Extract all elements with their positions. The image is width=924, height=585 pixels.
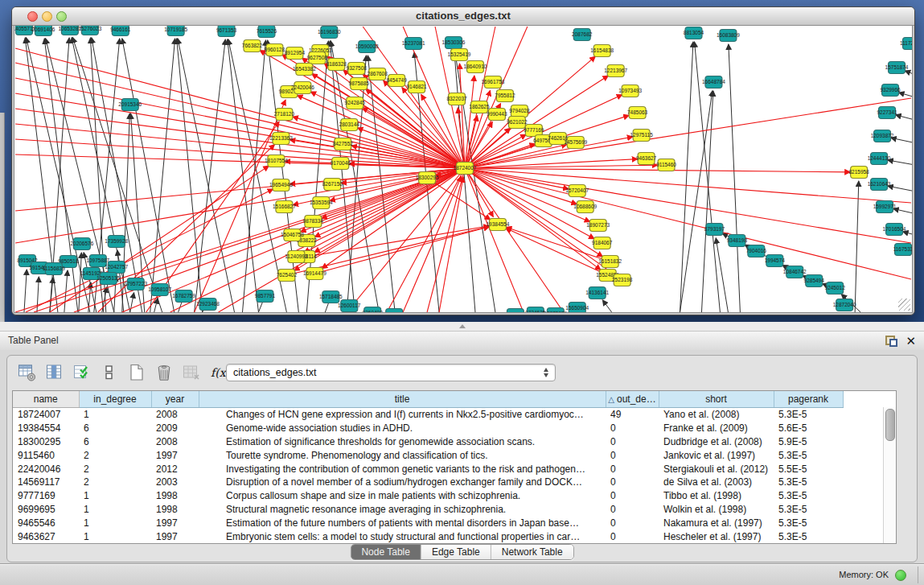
table-cell[interactable]: 5.3E-5 — [774, 503, 843, 517]
scrollbar-thumb[interactable] — [885, 409, 895, 441]
table-cell[interactable]: Jankovic et al. (1997) — [659, 448, 774, 462]
memory-ok-indicator[interactable] — [895, 570, 906, 581]
tab-edge-table[interactable]: Edge Table — [421, 545, 491, 559]
table-settings-icon[interactable] — [17, 362, 38, 383]
table-cell[interactable]: 0 — [606, 489, 659, 503]
column-header-name[interactable]: name — [13, 391, 79, 408]
column-header-out_de[interactable]: △out_de… — [606, 391, 659, 408]
table-cell[interactable]: Structural magnetic resonance image aver… — [199, 503, 606, 517]
table-row[interactable]: 946554611997Estimation of the future num… — [13, 516, 884, 529]
table-row[interactable]: 946362711997Embryonic stem cells: a mode… — [13, 529, 884, 543]
table-cell[interactable]: 9465546 — [13, 516, 79, 529]
column-header-pagerank[interactable]: pagerank — [774, 391, 843, 408]
column-header-in_degree[interactable]: in_degree — [79, 391, 151, 408]
table-row[interactable]: 2242004622012Investigating the contribut… — [13, 462, 884, 476]
table-cell[interactable]: 9463627 — [13, 529, 79, 543]
table-cell[interactable]: Embryonic stem cells: a model to study s… — [199, 529, 606, 543]
table-cell[interactable]: 0 — [606, 503, 659, 517]
table-cell[interactable]: de Silva et al. (2003) — [659, 476, 774, 489]
table-cell[interactable]: Stergiakouli et al. (2012) — [659, 462, 774, 476]
table-cell[interactable]: 9699695 — [13, 503, 79, 517]
table-row[interactable]: 1938455462009Genome-wide association stu… — [13, 422, 884, 435]
table-cell[interactable]: Estimation of significance thresholds fo… — [199, 435, 606, 449]
table-cell[interactable]: 0 — [606, 529, 659, 543]
close-panel-icon[interactable]: ✕ — [906, 333, 916, 348]
table-row[interactable]: 1830029562008Estimation of significance … — [13, 435, 884, 449]
table-cell[interactable]: 5.3E-5 — [774, 476, 843, 489]
table-cell[interactable]: 1 — [79, 503, 151, 517]
table-cell[interactable]: 49 — [606, 408, 659, 422]
table-cell[interactable]: 9115460 — [13, 448, 79, 462]
table-cell[interactable]: 22420046 — [13, 462, 79, 476]
table-cell[interactable]: 1997 — [151, 516, 199, 529]
table-cell[interactable]: Estimation of the future numbers of pati… — [199, 516, 606, 529]
table-cell[interactable]: 5.3E-5 — [774, 448, 843, 462]
minimize-window-button[interactable] — [42, 11, 52, 22]
divider-handle-icon[interactable] — [459, 324, 466, 328]
table-cell[interactable]: 1 — [79, 529, 151, 543]
float-panel-icon[interactable] — [885, 336, 897, 347]
table-cell[interactable]: 1997 — [151, 529, 199, 543]
table-cell[interactable]: 5.3E-5 — [774, 408, 843, 422]
table-cell[interactable]: Tibbo et al. (1998) — [659, 489, 774, 503]
table-cell[interactable]: 1998 — [151, 503, 199, 517]
table-cell[interactable]: 1 — [79, 516, 151, 529]
table-cell[interactable]: Tourette syndrome. Phenomenology and cla… — [199, 448, 606, 462]
table-cell[interactable]: 2009 — [151, 422, 199, 435]
table-cell[interactable]: 1998 — [151, 489, 199, 503]
table-cell[interactable]: Corpus callosum shape and size in male p… — [199, 489, 606, 503]
table-cell[interactable]: 19384554 — [13, 422, 79, 435]
table-cell[interactable]: Hescheler et al. (1997) — [659, 529, 774, 543]
column-header-short[interactable]: short — [659, 391, 774, 408]
table-cell[interactable]: Dudbridge et al. (2008) — [659, 435, 774, 449]
table-cell[interactable]: 0 — [606, 448, 659, 462]
table-cell[interactable]: 0 — [606, 435, 659, 449]
table-cell[interactable]: Changes of HCN gene expression and I(f) … — [199, 408, 606, 422]
table-cell[interactable]: 18300295 — [13, 435, 79, 449]
zoom-window-button[interactable] — [56, 11, 67, 22]
table-cell[interactable]: 1997 — [151, 448, 199, 462]
table-cell[interactable]: Nakamura et al. (1997) — [659, 516, 774, 529]
table-cell[interactable]: Investigating the contribution of common… — [199, 462, 606, 476]
delete-table-icon[interactable] — [154, 362, 175, 383]
table-cell[interactable]: 2003 — [151, 476, 199, 489]
table-row[interactable]: 1456911722003Disruption of a novel membe… — [13, 476, 884, 489]
table-cell[interactable]: 14569117 — [13, 476, 79, 489]
table-cell[interactable]: 2008 — [151, 408, 199, 422]
table-cell[interactable]: 0 — [606, 462, 659, 476]
vertical-scrollbar[interactable] — [883, 407, 896, 543]
table-row[interactable]: 977716911998Corpus callosum shape and si… — [13, 489, 884, 503]
network-canvas[interactable]: 1405571720691406106532871527602394661611… — [14, 25, 913, 313]
column-visibility-icon[interactable] — [44, 362, 65, 383]
table-cell[interactable]: 5.6E-5 — [774, 422, 843, 435]
table-cell[interactable]: 5.3E-5 — [774, 489, 843, 503]
table-cell[interactable]: 2 — [79, 476, 151, 489]
table-cell[interactable]: 0 — [606, 422, 659, 435]
table-cell[interactable]: 5.3E-5 — [774, 516, 843, 529]
table-cell[interactable]: 5.9E-5 — [774, 435, 843, 449]
tab-network-table[interactable]: Network Table — [491, 545, 573, 559]
table-cell[interactable]: 1 — [79, 489, 151, 503]
network-window-titlebar[interactable]: citations_edges.txt — [12, 7, 914, 26]
table-cell[interactable]: 2008 — [151, 435, 199, 449]
table-cell[interactable]: 1 — [79, 408, 151, 422]
table-cell[interactable]: 2012 — [151, 462, 199, 476]
row-height-icon[interactable] — [99, 362, 120, 383]
table-cell[interactable]: 6 — [79, 435, 151, 449]
table-cell[interactable]: 2 — [79, 462, 151, 476]
table-row[interactable]: 911546021997Tourette syndrome. Phenomeno… — [13, 448, 884, 462]
table-cell[interactable]: Disruption of a novel member of a sodium… — [199, 476, 606, 489]
table-row[interactable]: 969969511998Structural magnetic resonanc… — [13, 503, 884, 517]
new-table-icon[interactable] — [126, 362, 147, 383]
table-cell[interactable]: 18724007 — [13, 408, 79, 422]
table-cell[interactable]: Yano et al. (2008) — [659, 408, 774, 422]
table-cell[interactable]: 9777169 — [13, 489, 79, 503]
table-cell[interactable]: Genome-wide association studies in ADHD. — [199, 422, 606, 435]
column-header-title[interactable]: title — [199, 391, 606, 408]
close-window-button[interactable] — [27, 11, 38, 22]
table-cell[interactable]: Wolkin et al. (1998) — [659, 503, 774, 517]
row-select-icon[interactable] — [72, 362, 92, 383]
table-cell[interactable]: 5.5E-5 — [774, 462, 843, 476]
window-resize-grip[interactable] — [898, 299, 910, 311]
table-cell[interactable]: 5.3E-5 — [774, 529, 843, 543]
